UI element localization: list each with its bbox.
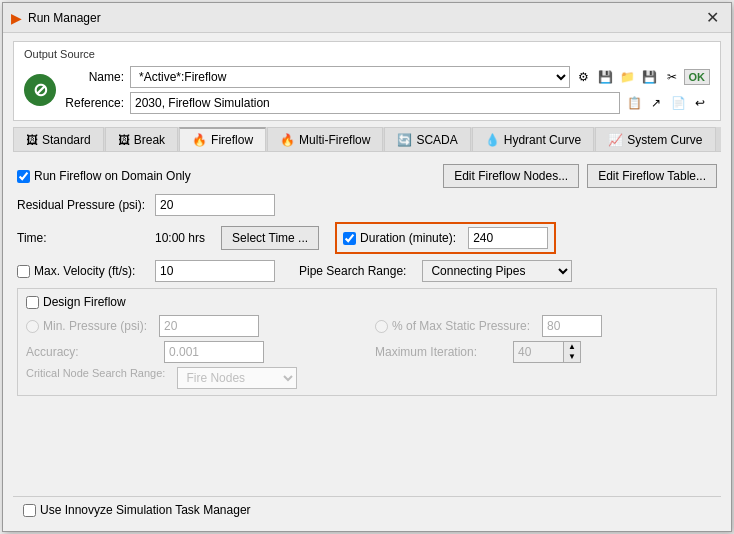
duration-input[interactable] bbox=[468, 227, 548, 249]
design-fireflow-checkbox[interactable] bbox=[26, 296, 39, 309]
scada-icon: 🔄 bbox=[397, 133, 412, 147]
pct-max-static-radio-label[interactable]: % of Max Static Pressure: bbox=[375, 319, 530, 333]
residual-pressure-label: Residual Pressure (psi): bbox=[17, 198, 147, 212]
time-row: Time: 10:00 hrs Select Time ... Duration… bbox=[17, 222, 717, 254]
duration-checkbox-label[interactable]: Duration (minute): bbox=[343, 231, 456, 245]
cut-icon[interactable]: ✂ bbox=[662, 67, 682, 87]
critical-node-select: Fire Nodes All Nodes bbox=[177, 367, 297, 389]
save-icon[interactable]: 💾 bbox=[596, 67, 616, 87]
multi-fireflow-icon: 🔥 bbox=[280, 133, 295, 147]
form-area: Run Fireflow on Domain Only Edit Fireflo… bbox=[13, 158, 721, 490]
edit-fireflow-nodes-button[interactable]: Edit Fireflow Nodes... bbox=[443, 164, 579, 188]
max-velocity-input[interactable] bbox=[155, 260, 275, 282]
duration-highlighted-section: Duration (minute): bbox=[335, 222, 556, 254]
export-icon[interactable]: ↗ bbox=[646, 93, 666, 113]
max-iteration-label: Maximum Iteration: bbox=[375, 345, 505, 359]
output-source-label: Output Source bbox=[24, 48, 710, 60]
residual-pressure-input[interactable] bbox=[155, 194, 275, 216]
output-source-section: Output Source ⊘ Name: *Active*:Fireflow … bbox=[13, 41, 721, 121]
time-label: Time: bbox=[17, 231, 147, 245]
output-source-icon: ⊘ bbox=[24, 74, 56, 106]
ok-button[interactable]: OK bbox=[684, 69, 711, 85]
tab-hydrant-curve[interactable]: 💧 Hydrant Curve bbox=[472, 127, 594, 151]
use-innovyze-checkbox[interactable] bbox=[23, 504, 36, 517]
system-curve-icon: 📈 bbox=[608, 133, 623, 147]
pct-max-static-radio[interactable] bbox=[375, 320, 388, 333]
spin-down-button[interactable]: ▼ bbox=[564, 352, 580, 362]
edit-fireflow-table-button[interactable]: Edit Fireflow Table... bbox=[587, 164, 717, 188]
critical-node-label: Critical Node Search Range: bbox=[26, 367, 165, 379]
tabs-bar: 🖼 Standard 🖼 Break 🔥 Fireflow 🔥 Multi-Fi… bbox=[13, 127, 721, 152]
run-manager-window: ▶ Run Manager ✕ Output Source ⊘ Name: *A… bbox=[2, 2, 732, 532]
duration-checkbox[interactable] bbox=[343, 232, 356, 245]
bottom-bar: Use Innovyze Simulation Task Manager bbox=[13, 496, 721, 523]
min-pressure-radio[interactable] bbox=[26, 320, 39, 333]
close-button[interactable]: ✕ bbox=[702, 8, 723, 27]
design-fireflow-checkbox-label[interactable]: Design Fireflow bbox=[26, 295, 708, 309]
spin-up-button[interactable]: ▲ bbox=[564, 342, 580, 352]
velocity-pipe-row: Max. Velocity (ft/s): Pipe Search Range:… bbox=[17, 260, 717, 282]
min-pressure-input bbox=[159, 315, 259, 337]
max-velocity-checkbox-label[interactable]: Max. Velocity (ft/s): bbox=[17, 264, 147, 278]
select-time-button[interactable]: Select Time ... bbox=[221, 226, 319, 250]
max-velocity-checkbox[interactable] bbox=[17, 265, 30, 278]
max-iteration-spinbox[interactable]: ▲ ▼ bbox=[513, 341, 581, 363]
window-title: Run Manager bbox=[28, 11, 101, 25]
use-innovyze-checkbox-label[interactable]: Use Innovyze Simulation Task Manager bbox=[23, 503, 711, 517]
min-pressure-radio-label[interactable]: Min. Pressure (psi): bbox=[26, 319, 147, 333]
name-select[interactable]: *Active*:Fireflow bbox=[130, 66, 570, 88]
run-fireflow-checkbox-label[interactable]: Run Fireflow on Domain Only bbox=[17, 169, 191, 183]
pipe-search-range-label: Pipe Search Range: bbox=[299, 264, 406, 278]
run-fireflow-checkbox[interactable] bbox=[17, 170, 30, 183]
standard-icon: 🖼 bbox=[26, 133, 38, 147]
reference-label: Reference: bbox=[64, 96, 124, 110]
tab-system-curve[interactable]: 📈 System Curve bbox=[595, 127, 715, 151]
residual-pressure-row: Residual Pressure (psi): bbox=[17, 194, 717, 216]
tab-scada[interactable]: 🔄 SCADA bbox=[384, 127, 470, 151]
reference-input[interactable]: 2030, Fireflow Simulation bbox=[130, 92, 620, 114]
pipe-search-range-select[interactable]: Connecting Pipes All Pipes bbox=[422, 260, 572, 282]
clipboard-icon[interactable]: 📋 bbox=[624, 93, 644, 113]
name-label: Name: bbox=[64, 70, 124, 84]
undo-icon[interactable]: ↩ bbox=[690, 93, 710, 113]
design-fireflow-section: Design Fireflow Min. Pressure (psi): bbox=[17, 288, 717, 396]
tab-multi-fireflow[interactable]: 🔥 Multi-Fireflow bbox=[267, 127, 383, 151]
title-bar: ▶ Run Manager ✕ bbox=[3, 3, 731, 33]
time-value: 10:00 hrs bbox=[155, 231, 205, 245]
open-icon[interactable]: 📁 bbox=[618, 67, 638, 87]
run-manager-icon: ▶ bbox=[11, 10, 22, 26]
fireflow-icon: 🔥 bbox=[192, 133, 207, 147]
hydrant-curve-icon: 💧 bbox=[485, 133, 500, 147]
accuracy-input bbox=[164, 341, 264, 363]
tab-standard[interactable]: 🖼 Standard bbox=[13, 127, 104, 151]
pct-max-static-input bbox=[542, 315, 602, 337]
paste-icon[interactable]: 📄 bbox=[668, 93, 688, 113]
save2-icon[interactable]: 💾 bbox=[640, 67, 660, 87]
tab-fireflow[interactable]: 🔥 Fireflow bbox=[179, 127, 266, 151]
break-icon: 🖼 bbox=[118, 133, 130, 147]
settings-icon[interactable]: ⚙ bbox=[574, 67, 594, 87]
tab-break[interactable]: 🖼 Break bbox=[105, 127, 178, 151]
max-iteration-input bbox=[514, 342, 564, 362]
accuracy-label: Accuracy: bbox=[26, 345, 156, 359]
